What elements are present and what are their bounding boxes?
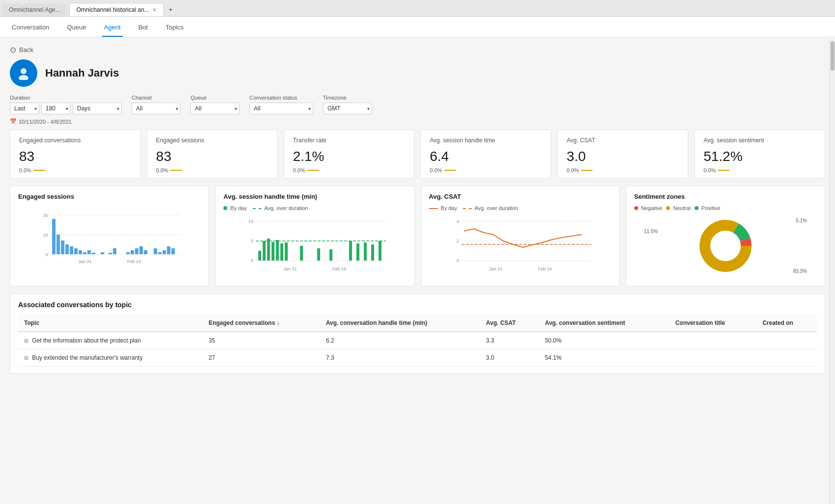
- scrollbar[interactable]: [829, 39, 835, 502]
- nav-queue[interactable]: Queue: [65, 17, 88, 37]
- kpi-2-bar: [307, 170, 319, 171]
- timezone-select[interactable]: GMT: [323, 103, 372, 114]
- queue-select[interactable]: All: [190, 103, 240, 114]
- svg-rect-27: [144, 250, 147, 254]
- chart-3-title: Sentiment zones: [634, 193, 817, 200]
- svg-rect-52: [356, 243, 359, 261]
- engaged-sessions-chart: 20 10 0: [18, 205, 201, 274]
- svg-text:0: 0: [46, 252, 48, 257]
- row-1-conv-title: [670, 349, 757, 367]
- svg-point-0: [21, 68, 27, 74]
- svg-point-1: [19, 75, 28, 80]
- chart-0-title: Engaged sessions: [18, 193, 201, 200]
- conv-status-select[interactable]: All: [249, 103, 313, 114]
- legend-by-day: By day: [223, 205, 247, 211]
- kpi-0-value: 83: [19, 149, 132, 164]
- kpi-0-bar: [33, 170, 45, 171]
- svg-point-71: [712, 232, 739, 260]
- legend-dash-orange: [463, 208, 472, 209]
- col-avg-sentiment: Avg. conversation sentiment: [539, 315, 670, 332]
- svg-rect-32: [171, 248, 175, 254]
- svg-rect-45: [276, 240, 279, 261]
- svg-text:Jan 31: Jan 31: [489, 266, 502, 271]
- kpi-3-sub: 0.0%: [430, 167, 542, 173]
- kpi-5-sub: 0.0%: [703, 167, 816, 173]
- chart-sentiment-zones: Sentiment zones Negative Neutral Positiv…: [626, 186, 825, 287]
- col-avg-handle: Avg. conversation handle time (min): [320, 315, 480, 332]
- svg-text:5: 5: [251, 239, 253, 243]
- duration-type-select[interactable]: Last: [10, 103, 39, 114]
- row-1-expand-button[interactable]: ⊞: [24, 355, 28, 361]
- donut-chart: [696, 216, 755, 275]
- svg-rect-8: [52, 219, 55, 254]
- sentiment-label-neutral-pct: 83.3%: [793, 268, 807, 274]
- kpi-3-title: Avg. session handle time: [430, 137, 542, 144]
- kpi-2-value: 2.1%: [293, 149, 405, 164]
- duration-value-select[interactable]: 180: [41, 103, 71, 114]
- negative-dot: [634, 206, 638, 210]
- legend-line-orange: [429, 208, 438, 209]
- svg-rect-15: [83, 252, 86, 254]
- kpi-engaged-sessions: Engaged sessions 83 0.0%: [147, 130, 278, 179]
- conv-status-label: Conversation status: [249, 95, 313, 101]
- chart-avg-csat: Avg. CSAT By day Avg. over duration: [421, 186, 620, 287]
- svg-rect-44: [271, 242, 274, 261]
- chart-2-title: Avg. CSAT: [429, 193, 612, 200]
- svg-rect-17: [92, 253, 95, 254]
- row-0-topic: ⊞ Get the information about the protect …: [18, 332, 203, 349]
- channel-filter: Channel All: [132, 95, 181, 114]
- browser-tab-1[interactable]: Omnichannel Age...: [2, 3, 67, 16]
- duration-unit-select[interactable]: Days: [73, 103, 122, 114]
- back-button[interactable]: ⊙ Back: [10, 45, 825, 54]
- svg-rect-13: [74, 248, 78, 254]
- svg-rect-14: [79, 250, 82, 254]
- chart-engaged-sessions: Engaged sessions 20 10 0: [10, 186, 209, 287]
- kpi-avg-csat: Avg. CSAT 3.0 0.0%: [557, 130, 688, 179]
- kpi-row: Engaged conversations 83 0.0% Engaged se…: [10, 130, 825, 179]
- svg-rect-42: [263, 241, 266, 261]
- positive-dot: [695, 206, 699, 210]
- svg-rect-43: [267, 239, 270, 261]
- svg-rect-47: [285, 242, 288, 261]
- legend-by-day-csat: By day: [429, 205, 458, 211]
- csat-chart: 4 2 0 Jan 31 Feb 14: [429, 214, 612, 278]
- table-row: ⊞ Buy extended the manufacturer's warran…: [18, 349, 817, 367]
- row-1-avg-sentiment: 54.1%: [539, 349, 670, 367]
- kpi-avg-session-handle: Avg. session handle time 6.4 0.0%: [420, 130, 551, 179]
- main-content: ⊙ Back Hannah Jarvis Duration Last: [0, 37, 835, 502]
- add-tab-button[interactable]: +: [164, 3, 178, 16]
- kpi-1-bar: [170, 170, 182, 171]
- col-engaged-conv[interactable]: Engaged conversations ↓: [203, 315, 320, 332]
- row-0-expand-button[interactable]: ⊞: [24, 338, 28, 344]
- row-0-avg-csat: 3.3: [480, 332, 539, 349]
- channel-select[interactable]: All: [132, 103, 181, 114]
- kpi-4-value: 3.0: [566, 149, 679, 164]
- svg-rect-54: [371, 244, 374, 261]
- row-1-avg-csat: 3.0: [480, 349, 539, 367]
- kpi-engaged-conversations: Engaged conversations 83 0.0%: [10, 130, 141, 179]
- chart-1-title: Avg. session handle time (min): [223, 193, 406, 200]
- handle-time-chart: 10 5 0: [223, 214, 406, 278]
- nav-bot[interactable]: Bot: [136, 17, 150, 37]
- agent-avatar: [10, 59, 37, 87]
- svg-rect-50: [329, 249, 332, 261]
- browser-tab-2[interactable]: Omnichannel historical an... ✕: [69, 3, 164, 16]
- svg-rect-16: [87, 250, 91, 254]
- kpi-5-title: Avg. session sentiment: [703, 137, 816, 144]
- close-tab-icon[interactable]: ✕: [152, 7, 157, 13]
- nav-agent[interactable]: Agent: [102, 17, 123, 37]
- svg-rect-30: [162, 250, 166, 254]
- row-1-created-on: [756, 349, 817, 367]
- nav-topics[interactable]: Topics: [163, 17, 186, 37]
- col-conv-title: Conversation title: [670, 315, 757, 332]
- date-range: 📅 10/11/2020 - 4/8/2021: [10, 118, 825, 125]
- svg-text:0: 0: [251, 258, 253, 263]
- chart-3-legend: Negative Neutral Positive: [634, 205, 817, 211]
- scrollbar-thumb[interactable]: [831, 41, 835, 71]
- nav-conversation[interactable]: Conversation: [10, 17, 52, 37]
- svg-rect-11: [65, 244, 69, 254]
- table-section-title: Associated conversations by topic: [18, 301, 817, 309]
- chart-avg-handle-time: Avg. session handle time (min) By day Av…: [215, 186, 414, 287]
- svg-text:Jan 31: Jan 31: [79, 259, 92, 264]
- kpi-transfer-rate: Transfer rate 2.1% 0.0%: [284, 130, 415, 179]
